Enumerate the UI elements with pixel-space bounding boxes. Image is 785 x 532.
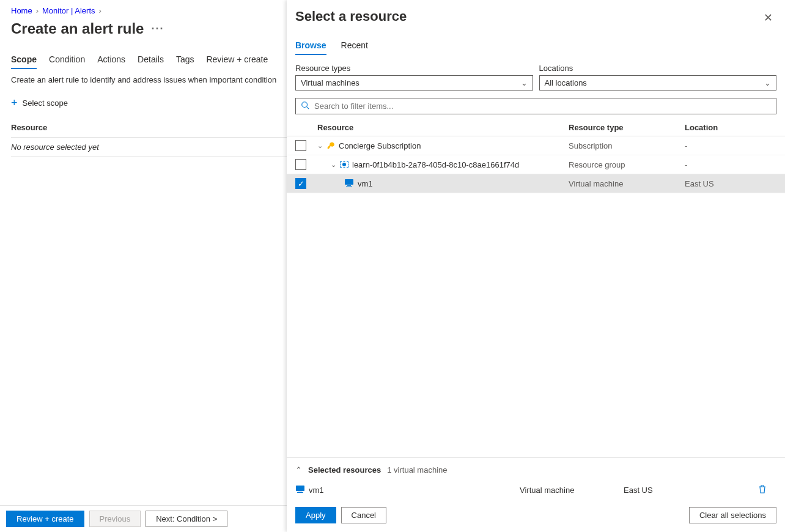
delete-icon[interactable]: [758, 484, 776, 496]
select-resource-panel: Select a resource ✕ Browse Recent Resour…: [287, 0, 785, 532]
tab-details[interactable]: Details: [138, 54, 164, 69]
chevron-right-icon: ›: [36, 6, 39, 15]
selected-resource-type: Virtual machine: [520, 486, 624, 495]
virtual-machine-icon: [295, 485, 305, 495]
svg-rect-3: [347, 185, 351, 186]
svg-rect-6: [298, 492, 302, 492]
resource-row-resource-group[interactable]: ⌄ learn-0f1b4b1b-2a78-405d-8c10-c8ae1661…: [287, 155, 785, 174]
apply-button[interactable]: Apply: [295, 507, 336, 523]
resource-type: Subscription: [569, 141, 685, 150]
svg-rect-7: [297, 492, 303, 493]
svg-rect-5: [296, 486, 304, 491]
checkbox[interactable]: [295, 140, 306, 151]
key-icon: [326, 141, 335, 150]
chevron-right-icon: ›: [99, 6, 101, 15]
checkbox[interactable]: [295, 159, 306, 170]
resource-list-header: Resource Resource type Location: [287, 119, 785, 136]
breadcrumb-home[interactable]: Home: [11, 6, 32, 15]
resource-location: -: [685, 141, 776, 150]
virtual-machine-icon: [344, 179, 354, 189]
tab-scope[interactable]: Scope: [11, 54, 37, 69]
resource-name: Concierge Subscription: [339, 141, 421, 150]
selected-resource-location: East US: [624, 486, 758, 495]
close-icon[interactable]: ✕: [760, 9, 776, 27]
panel-action-bar: Apply Cancel Clear all selections: [287, 504, 785, 532]
resource-type: Resource group: [569, 160, 685, 169]
panel-title: Select a resource: [295, 9, 407, 24]
selected-resources-count: 1 virtual machine: [387, 465, 447, 475]
chevron-down-icon[interactable]: ⌄: [331, 161, 336, 169]
chevron-down-icon: ⌄: [764, 78, 771, 87]
cancel-button[interactable]: Cancel: [341, 507, 386, 523]
chevron-down-icon[interactable]: ⌄: [317, 142, 323, 150]
plus-icon: +: [11, 97, 18, 109]
next-condition-button[interactable]: Next: Condition >: [146, 511, 227, 527]
more-icon[interactable]: ···: [151, 23, 164, 35]
tab-tags[interactable]: Tags: [176, 54, 194, 69]
selected-resources-section: ⌃ Selected resources 1 virtual machine: [287, 457, 785, 478]
search-icon: [301, 101, 309, 111]
clear-all-selections-button[interactable]: Clear all selections: [689, 507, 776, 523]
resource-group-icon: [340, 161, 348, 168]
panel-tab-browse[interactable]: Browse: [295, 40, 326, 55]
resource-location: -: [685, 160, 776, 169]
chevron-down-icon: ⌄: [521, 78, 528, 87]
svg-rect-2: [345, 179, 353, 185]
resource-types-value: Virtual machines: [301, 78, 359, 87]
review-create-button[interactable]: Review + create: [6, 511, 84, 527]
locations-label: Locations: [539, 64, 777, 73]
resource-types-dropdown[interactable]: Virtual machines ⌄: [295, 75, 533, 91]
resource-type: Virtual machine: [569, 179, 685, 188]
select-scope-label: Select scope: [23, 98, 68, 108]
panel-tab-recent[interactable]: Recent: [341, 40, 368, 55]
previous-button: Previous: [89, 511, 141, 527]
tab-actions[interactable]: Actions: [97, 54, 125, 69]
col-location: Location: [685, 123, 776, 132]
breadcrumb-monitor-alerts[interactable]: Monitor | Alerts: [42, 6, 95, 15]
checkbox-checked[interactable]: [295, 178, 306, 189]
col-resource: Resource: [317, 123, 569, 132]
svg-line-1: [307, 107, 309, 109]
svg-point-0: [302, 102, 308, 108]
panel-tabs: Browse Recent: [287, 40, 785, 55]
resource-location: East US: [685, 179, 776, 188]
selected-resources-label: Selected resources: [308, 465, 381, 475]
tab-condition[interactable]: Condition: [49, 54, 85, 69]
locations-value: All locations: [545, 78, 587, 87]
chevron-up-icon[interactable]: ⌃: [295, 465, 302, 475]
locations-dropdown[interactable]: All locations ⌄: [539, 75, 777, 91]
svg-rect-4: [346, 186, 352, 187]
selected-resource-name: vm1: [309, 486, 324, 495]
col-type: Resource type: [569, 123, 685, 132]
selected-resource-row: vm1 Virtual machine East US: [287, 478, 785, 504]
tab-review-create[interactable]: Review + create: [206, 54, 268, 69]
resource-row-subscription[interactable]: ⌄ Concierge Subscription Subscription -: [287, 136, 785, 155]
resource-name: vm1: [358, 179, 373, 188]
resource-types-label: Resource types: [295, 64, 533, 73]
resource-row-vm[interactable]: vm1 Virtual machine East US: [287, 174, 785, 193]
search-input[interactable]: [314, 102, 771, 111]
search-box[interactable]: [295, 98, 776, 114]
resource-name: learn-0f1b4b1b-2a78-405d-8c10-c8ae1661f7…: [352, 160, 519, 169]
